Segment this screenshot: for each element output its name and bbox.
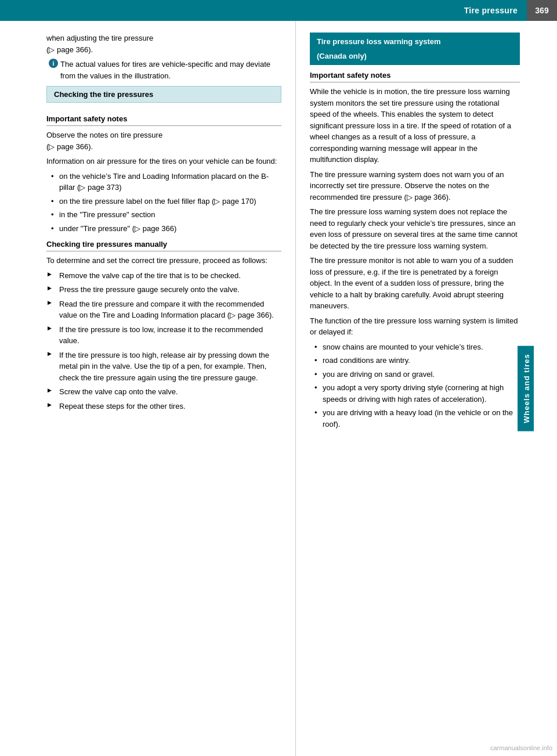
- intro-text: when adjusting the tire pressure (▷ page…: [46, 33, 281, 55]
- right-bullet-2: road conditions are wintry.: [314, 355, 520, 366]
- bullet-item-4: under "Tire pressure" (▷ page 366): [51, 223, 281, 235]
- arrow-item-6: Screw the valve cap onto the valve.: [46, 386, 281, 398]
- divider-left-2: [46, 251, 281, 251]
- divider-left-1: [46, 125, 281, 126]
- right-para-2: The tire pressure warning system does no…: [310, 169, 520, 203]
- header-title: Tire pressure: [464, 6, 527, 15]
- checking-manually-title: Checking tire pressures manually: [46, 240, 281, 249]
- side-tab: Wheels and tires: [518, 345, 534, 431]
- arrow-item-5: If the tire pressure is too high, releas…: [46, 350, 281, 384]
- info-note: i The actual values for tires are vehicl…: [46, 59, 281, 81]
- right-bullet-5: you are driving with a heavy load (in th…: [314, 407, 520, 430]
- watermark: carmanualsonline.info: [490, 744, 552, 751]
- bullet-list-left: on the vehicle’s Tire and Loading Inform…: [46, 171, 281, 235]
- right-bullet-4: you adopt a very sporty driving style (c…: [314, 382, 520, 405]
- right-para-4: The tire pressure monitor is not able to…: [310, 255, 520, 312]
- important-safety-notes-title-right: Important safety notes: [310, 71, 520, 80]
- right-para-3: The tire pressure loss warning system do…: [310, 206, 520, 251]
- arrow-item-3: Read the tire pressure and compare it wi…: [46, 298, 281, 321]
- right-bullet-3: you are driving on sand or gravel.: [314, 369, 520, 380]
- right-bullet-1: snow chains are mounted to your vehicle’…: [314, 341, 520, 353]
- arrow-item-4: If the tire pressure is too low, increas…: [46, 324, 281, 347]
- info-box-subtitle: (Canada only): [310, 51, 520, 65]
- content-wrapper: when adjusting the tire pressure (▷ page…: [0, 21, 557, 756]
- right-para-1: While the vehicle is in motion, the tire…: [310, 86, 520, 165]
- right-column: Tire pressure loss warning system (Canad…: [296, 21, 534, 756]
- divider-right-1: [310, 82, 520, 82]
- left-column: when adjusting the tire pressure (▷ page…: [0, 21, 296, 756]
- bullet-item-1: on the vehicle’s Tire and Loading Inform…: [51, 171, 281, 193]
- bullet-item-2: on the tire pressure label on the fuel f…: [51, 196, 281, 207]
- info-icon: i: [49, 59, 58, 68]
- arrow-item-7: Repeat these steps for the other tires.: [46, 401, 281, 412]
- arrow-item-1: Remove the valve cap of the tire that is…: [46, 270, 281, 282]
- bullet-list-right: snow chains are mounted to your vehicle’…: [310, 341, 520, 430]
- header-bar: Tire pressure 369: [0, 0, 557, 21]
- important-safety-notes-title-left: Important safety notes: [46, 114, 281, 123]
- right-para-5: The function of the tire pressure loss w…: [310, 315, 520, 338]
- section-box-checking: Checking the tire pressures: [46, 86, 281, 103]
- info-box-title: Tire pressure loss warning system: [310, 33, 520, 51]
- safety-text1: Observe the notes on tire pressure (▷ pa…: [46, 129, 281, 152]
- safety-text2: Information on air pressure for the tire…: [46, 156, 281, 167]
- bullet-item-3: in the "Tire pressure" section: [51, 209, 281, 221]
- arrow-item-2: Press the tire pressure gauge securely o…: [46, 284, 281, 296]
- checking-intro: To determine and set the correct tire pr…: [46, 255, 281, 267]
- arrow-list-left: Remove the valve cap of the tire that is…: [46, 270, 281, 412]
- info-note-text: The actual values for tires are vehicle-…: [60, 59, 281, 81]
- page-number: 369: [527, 0, 557, 21]
